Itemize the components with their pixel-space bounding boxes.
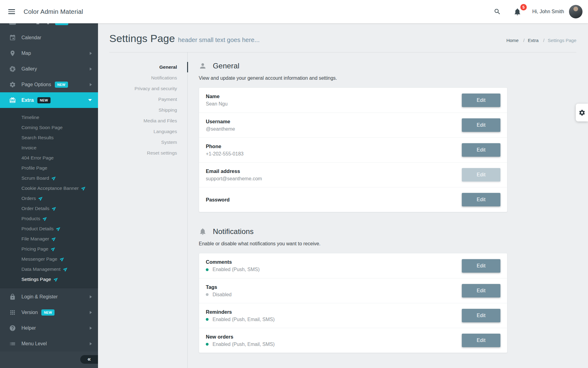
sidebar-item-extra[interactable]: Extra NEW bbox=[0, 92, 98, 108]
breadcrumb-item: Settings Page bbox=[540, 38, 576, 43]
settings-nav-media-and-files[interactable]: Media and Files bbox=[98, 115, 177, 126]
send-icon bbox=[59, 256, 66, 262]
menu-item-label: Helper bbox=[21, 325, 36, 331]
sidebar-subitem-invoice[interactable]: Invoice bbox=[0, 143, 98, 153]
status-dot bbox=[206, 318, 209, 321]
theme-settings-button[interactable] bbox=[576, 104, 588, 121]
sidebar-item-menu-level[interactable]: Menu Level bbox=[0, 336, 98, 351]
sidebar-item-login-register[interactable]: Login & Register bbox=[0, 289, 98, 305]
row-status: Enabled (Push, Email, SMS) bbox=[206, 317, 462, 322]
section-general: General View and update your general acc… bbox=[199, 61, 588, 212]
status-text: Enabled (Push, Email, SMS) bbox=[213, 317, 275, 322]
settings-nav-languages[interactable]: Languages bbox=[98, 126, 177, 137]
search-button[interactable] bbox=[491, 5, 504, 18]
edit-button[interactable]: Edit bbox=[462, 259, 500, 273]
sidebar-item-calendar[interactable]: Calendar bbox=[0, 30, 98, 45]
sidebar-menu-bottom: Login & Register Version NEW Helper bbox=[0, 288, 98, 351]
sidebar-subitem-scrum-board[interactable]: Scrum Board bbox=[0, 173, 98, 183]
status-dot bbox=[206, 268, 209, 271]
sidebar-subitem-messenger-page[interactable]: Messenger Page bbox=[0, 254, 98, 264]
avatar[interactable] bbox=[569, 5, 582, 18]
row-label: Tags bbox=[206, 284, 462, 290]
menu-icon[interactable] bbox=[8, 9, 15, 14]
menu-item-label: Page Options bbox=[21, 82, 51, 87]
section-notifications: Notifications Enable or disable what not… bbox=[199, 227, 588, 353]
edit-button[interactable]: Edit bbox=[462, 284, 500, 297]
chevron-right-icon bbox=[90, 83, 92, 86]
status-dot bbox=[206, 293, 209, 296]
submenu-item-label: Settings Page bbox=[21, 277, 51, 282]
general-card: Name Sean Ngu Edit Username @seantheme bbox=[199, 87, 507, 212]
notifications-button[interactable]: 5 bbox=[511, 5, 524, 18]
sidebar-item-page-options[interactable]: Page Options NEW bbox=[0, 77, 98, 92]
menu-item-label: Map bbox=[21, 51, 31, 56]
edit-button[interactable]: Edit bbox=[462, 143, 500, 157]
submenu-item-label: Orders bbox=[21, 196, 36, 201]
edit-button[interactable]: Edit bbox=[462, 193, 500, 206]
menu-item-icon bbox=[9, 309, 16, 316]
page-head: Settings Pageheader small text goes here… bbox=[98, 23, 588, 44]
edit-button[interactable]: Edit bbox=[462, 94, 500, 107]
sidebar-collapse-button[interactable] bbox=[80, 355, 98, 364]
chevron-right-icon bbox=[90, 327, 92, 330]
sidebar-item-map[interactable]: Map bbox=[0, 45, 98, 61]
sidebar-item-gallery[interactable]: Gallery bbox=[0, 61, 98, 77]
sidebar-subitem-orders[interactable]: Orders bbox=[0, 193, 98, 203]
header-right: 5 Hi, John Smith bbox=[491, 5, 582, 18]
settings-row: Username @seantheme Edit bbox=[199, 113, 507, 137]
new-badge: NEW bbox=[41, 309, 55, 316]
sidebar-subitem-data-management[interactable]: Data Management bbox=[0, 264, 98, 274]
submenu-item-label: Order Details bbox=[21, 206, 49, 211]
sidebar-subitem-pricing-page[interactable]: Pricing Page bbox=[0, 244, 98, 254]
sidebar-item-version[interactable]: Version NEW bbox=[0, 305, 98, 320]
edit-button[interactable]: Edit bbox=[462, 168, 500, 182]
menu-item-icon bbox=[9, 66, 16, 72]
chevron-right-icon bbox=[90, 67, 92, 71]
send-icon bbox=[38, 195, 44, 201]
sidebar-subitem-products[interactable]: Products bbox=[0, 213, 98, 224]
settings-nav-reset-settings[interactable]: Reset settings bbox=[98, 148, 177, 158]
status-text: Enabled (Push, SMS) bbox=[213, 267, 260, 272]
search-icon bbox=[494, 8, 501, 15]
bell-icon bbox=[199, 228, 207, 236]
settings-row: Tags Disabled Edit bbox=[199, 278, 507, 303]
sidebar-item-helper[interactable]: Helper bbox=[0, 320, 98, 336]
sidebar-subitem-product-details[interactable]: Product Details bbox=[0, 224, 98, 234]
settings-nav-active-indicator bbox=[187, 62, 188, 72]
section-title: General bbox=[213, 62, 239, 70]
sidebar-subitem-search-results[interactable]: Search Results bbox=[0, 132, 98, 143]
menu-item-icon bbox=[9, 50, 16, 57]
sidebar-subitem-profile-page[interactable]: Profile Page bbox=[0, 163, 98, 173]
breadcrumb-item[interactable]: Home bbox=[506, 38, 518, 43]
settings-nav-system[interactable]: System bbox=[98, 137, 177, 148]
row-status: Disabled bbox=[206, 292, 462, 297]
section-description: View and update your general account inf… bbox=[199, 75, 588, 81]
settings-nav-payment[interactable]: Payment bbox=[98, 94, 177, 105]
settings-nav-general[interactable]: General bbox=[98, 62, 177, 72]
settings-row: Reminders Enabled (Push, Email, SMS) Edi… bbox=[199, 303, 507, 328]
menu-item-label: Gallery bbox=[21, 66, 37, 72]
sidebar-subitem-settings-page[interactable]: Settings Page bbox=[0, 274, 98, 284]
settings-nav-notifications[interactable]: Notifications bbox=[98, 72, 177, 83]
settings-row: Name Sean Ngu Edit bbox=[199, 88, 507, 113]
sidebar-subitem-file-manager[interactable]: File Manager bbox=[0, 234, 98, 244]
edit-button[interactable]: Edit bbox=[462, 118, 500, 132]
settings-nav-shipping[interactable]: Shipping bbox=[98, 105, 177, 115]
edit-button[interactable]: Edit bbox=[462, 309, 500, 322]
settings-nav-privacy-and-security[interactable]: Privacy and security bbox=[98, 83, 177, 94]
submenu-item-label: File Manager bbox=[21, 236, 49, 242]
status-text: Enabled (Push, Email, SMS) bbox=[213, 342, 275, 347]
settings-nav: General Notifications Privacy and securi… bbox=[98, 52, 187, 368]
sidebar-subitem-order-details[interactable]: Order Details bbox=[0, 203, 98, 213]
breadcrumb-item[interactable]: Extra bbox=[520, 38, 539, 43]
clipped-menu-item[interactable] bbox=[0, 23, 98, 25]
edit-button[interactable]: Edit bbox=[462, 334, 500, 347]
sidebar-subitem-coming-soon-page[interactable]: Coming Soon Page bbox=[0, 122, 98, 132]
sidebar-subitem-cookie-acceptance-banner[interactable]: Cookie Acceptance Banner bbox=[0, 183, 98, 193]
submenu-item-label: Cookie Acceptance Banner bbox=[21, 186, 79, 191]
send-icon bbox=[53, 276, 59, 282]
sidebar-subitem-timeline[interactable]: Timeline bbox=[0, 112, 98, 122]
row-status: Enabled (Push, SMS) bbox=[206, 267, 462, 272]
user-greeting[interactable]: Hi, John Smith bbox=[532, 9, 564, 14]
sidebar-subitem-404-error-page[interactable]: 404 Error Page bbox=[0, 153, 98, 163]
